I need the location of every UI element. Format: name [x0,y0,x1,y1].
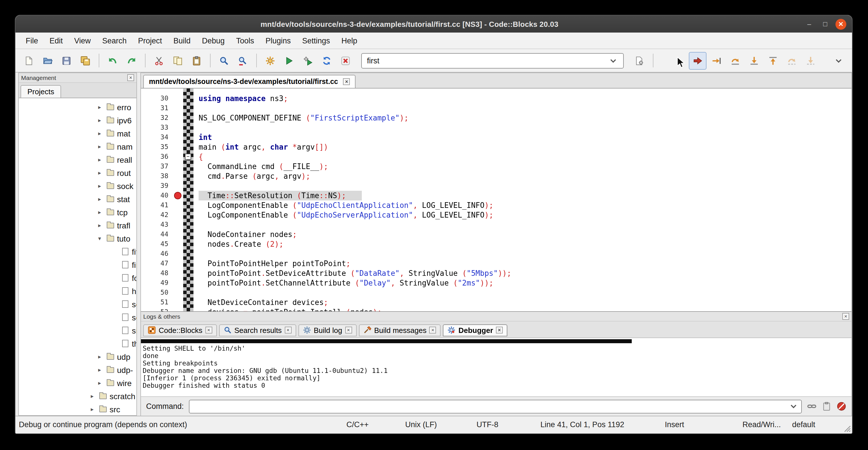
fold-margin[interactable] [183,259,193,268]
line-number[interactable]: 41 [141,201,173,210]
breakpoint-icon[interactable] [174,192,182,199]
tree-item-wire[interactable]: ▸wire [19,376,136,389]
breakpoint-margin[interactable] [173,171,183,181]
tree-item-fir[interactable]: fir [19,258,136,271]
fold-margin[interactable] [183,181,193,191]
code-line-31[interactable]: 31 [141,103,851,113]
menu-item-build[interactable]: Build [168,33,196,49]
code-line-48[interactable]: 48 pointToPoint.SetDeviceAttribute ("Dat… [141,268,851,278]
line-number[interactable]: 39 [141,181,173,191]
breakpoint-margin[interactable] [173,152,183,161]
menu-item-debug[interactable]: Debug [196,33,230,49]
tree-item-scratch[interactable]: ▸scratch [19,389,136,402]
tree-item-tuto[interactable]: ▾tuto [19,232,136,245]
code-line-47[interactable]: 47 PointToPointHelper pointToPoint; [141,259,851,268]
line-number[interactable]: 33 [141,123,173,132]
breakpoint-margin[interactable] [173,220,183,230]
breakpoint-margin[interactable] [173,210,183,220]
redo-button[interactable] [123,52,141,69]
chevron-right-icon[interactable]: ▸ [98,380,105,386]
code-line-43[interactable]: 43 [141,220,851,230]
tree-item-tcp[interactable]: ▸tcp [19,206,136,219]
copy-button[interactable] [169,52,187,69]
code-line-30[interactable]: 30using namespace ns3; [141,94,851,103]
editor-tab[interactable]: mnt/dev/tools/source/ns-3-dev/examples/t… [143,75,356,88]
tab-debugger[interactable]: Debugger× [443,324,507,336]
resize-grip-icon[interactable] [842,423,851,432]
link-icon[interactable] [807,401,817,411]
breakpoint-margin[interactable] [173,230,183,239]
tab-build-log[interactable]: Build log× [298,324,356,336]
line-number[interactable]: 44 [141,230,173,239]
tab-projects[interactable]: Projects [21,85,61,98]
fold-margin[interactable] [183,210,193,220]
tree-item-nam[interactable]: ▸nam [19,140,136,153]
tree-item-trafl[interactable]: ▸trafl [19,219,136,232]
line-number[interactable]: 48 [141,268,173,278]
close-icon[interactable]: × [127,74,134,81]
line-number[interactable]: 51 [141,298,173,307]
undo-button[interactable] [104,52,122,69]
code-line-44[interactable]: 44 NodeContainer nodes; [141,230,851,239]
fold-margin[interactable] [183,142,193,152]
stop-record-icon[interactable] [837,401,846,411]
breakpoint-margin[interactable] [173,142,183,152]
fold-margin[interactable] [183,230,193,239]
close-icon[interactable]: × [284,327,291,333]
rebuild-button[interactable] [318,52,336,69]
line-number[interactable]: 35 [141,142,173,152]
new-file-button[interactable] [20,52,38,69]
tree-item-fo[interactable]: fo [19,271,136,284]
maximize-button[interactable]: □ [819,18,831,30]
panel-splitter[interactable] [137,72,141,416]
fold-margin[interactable] [183,307,193,311]
tree-item-si[interactable]: si [19,324,136,337]
breakpoint-margin[interactable] [173,201,183,210]
fold-margin[interactable] [183,278,193,288]
code-line-38[interactable]: 38 cmd.Parse (argc, argv); [141,171,851,181]
close-icon[interactable]: × [842,313,849,320]
tree-item-reall[interactable]: ▸reall [19,153,136,166]
chevron-right-icon[interactable]: ▸ [91,393,98,399]
chevron-right-icon[interactable]: ▸ [98,354,105,360]
menu-item-tools[interactable]: Tools [230,33,260,49]
code-line-52[interactable]: 52 devices = pointToPoint.Install (nodes… [141,307,851,311]
code-line-35[interactable]: 35main (int argc, char *argv[]) [141,142,851,152]
fold-marker-icon[interactable]: − [185,154,191,160]
code-line-49[interactable]: 49 pointToPoint.SetChannelAttribute ("De… [141,278,851,288]
breakpoint-margin[interactable] [173,268,183,278]
fold-margin[interactable] [183,103,193,113]
chevron-right-icon[interactable]: ▸ [98,143,105,150]
chevron-down-icon[interactable]: ▾ [98,235,105,242]
compile-current-file-button[interactable] [630,52,648,69]
tree-item-rout[interactable]: ▸rout [19,166,136,179]
fold-margin[interactable] [183,132,193,142]
code-line-32[interactable]: 32NS_LOG_COMPONENT_DEFINE ("FirstScriptE… [141,113,851,123]
close-icon[interactable]: × [343,78,350,85]
chevron-right-icon[interactable]: ▸ [98,209,105,215]
clipboard-icon[interactable] [822,401,832,411]
build-target-select[interactable]: first [361,53,624,68]
chevron-down-icon[interactable] [789,401,798,411]
code-line-39[interactable]: 39 [141,181,851,191]
breakpoint-margin[interactable] [173,113,183,123]
save-button[interactable] [58,52,75,69]
breakpoint-margin[interactable] [173,259,183,268]
code-line-51[interactable]: 51 NetDeviceContainer devices; [141,298,851,307]
line-number[interactable]: 47 [141,259,173,268]
menu-item-view[interactable]: View [68,33,96,49]
tree-item-ipv6[interactable]: ▸ipv6 [19,114,136,127]
line-number[interactable]: 37 [141,161,173,171]
chevron-right-icon[interactable]: ▸ [98,156,105,163]
chevron-right-icon[interactable]: ▸ [98,130,105,137]
next-line-button[interactable] [726,52,744,69]
fold-margin[interactable] [183,161,193,171]
tree-item-se[interactable]: se [19,311,136,324]
breakpoint-margin[interactable] [173,288,183,298]
line-number[interactable]: 43 [141,220,173,230]
code-line-41[interactable]: 41 LogComponentEnable ("UdpEchoClientApp… [141,201,851,210]
close-icon[interactable]: × [429,327,436,333]
line-number[interactable]: 50 [141,288,173,298]
breakpoint-margin[interactable] [173,191,183,201]
chevron-right-icon[interactable]: ▸ [91,406,98,412]
